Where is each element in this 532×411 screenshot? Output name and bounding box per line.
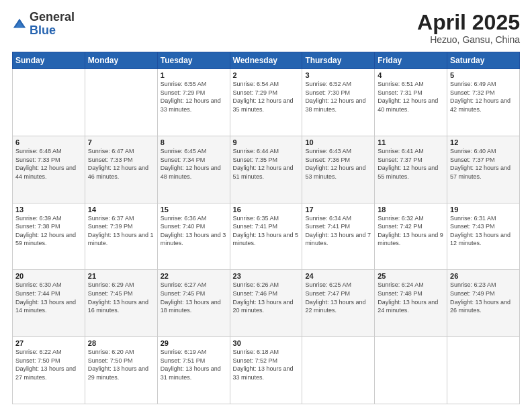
calendar-cell: 8Sunrise: 6:45 AMSunset: 7:34 PMDaylight… bbox=[157, 136, 230, 203]
day-info: Sunrise: 6:41 AMSunset: 7:37 PMDaylight:… bbox=[378, 147, 444, 181]
calendar-cell: 15Sunrise: 6:36 AMSunset: 7:40 PMDayligh… bbox=[157, 203, 230, 270]
day-number: 19 bbox=[450, 205, 517, 214]
weekday-header: Saturday bbox=[447, 52, 520, 69]
day-number: 12 bbox=[450, 138, 517, 146]
calendar-cell: 29Sunrise: 6:19 AMSunset: 7:51 PMDayligh… bbox=[157, 337, 230, 404]
calendar-cell: 22Sunrise: 6:27 AMSunset: 7:45 PMDayligh… bbox=[157, 270, 230, 337]
day-number: 29 bbox=[161, 339, 227, 347]
calendar-cell: 19Sunrise: 6:31 AMSunset: 7:43 PMDayligh… bbox=[447, 203, 520, 270]
calendar-cell: 14Sunrise: 6:37 AMSunset: 7:39 PMDayligh… bbox=[85, 203, 157, 270]
day-info: Sunrise: 6:35 AMSunset: 7:41 PMDaylight:… bbox=[233, 214, 300, 248]
day-info: Sunrise: 6:45 AMSunset: 7:34 PMDaylight:… bbox=[161, 147, 227, 181]
page: General Blue April 2025 Hezuo, Gansu, Ch… bbox=[0, 0, 532, 411]
day-info: Sunrise: 6:26 AMSunset: 7:46 PMDaylight:… bbox=[233, 281, 300, 314]
header: General Blue April 2025 Hezuo, Gansu, Ch… bbox=[12, 11, 520, 45]
calendar-cell: 10Sunrise: 6:43 AMSunset: 7:36 PMDayligh… bbox=[302, 136, 375, 203]
day-number: 20 bbox=[15, 272, 82, 280]
day-info: Sunrise: 6:37 AMSunset: 7:39 PMDaylight:… bbox=[88, 214, 154, 248]
calendar-header-row: SundayMondayTuesdayWednesdayThursdayFrid… bbox=[13, 52, 520, 69]
calendar-cell: 28Sunrise: 6:20 AMSunset: 7:50 PMDayligh… bbox=[85, 337, 157, 404]
day-number: 2 bbox=[233, 71, 300, 79]
weekday-header: Wednesday bbox=[230, 52, 302, 69]
calendar-cell: 1Sunrise: 6:55 AMSunset: 7:29 PMDaylight… bbox=[157, 69, 230, 136]
calendar-week-row: 6Sunrise: 6:48 AMSunset: 7:33 PMDaylight… bbox=[13, 136, 520, 203]
page-subtitle: Hezuo, Gansu, China bbox=[417, 34, 520, 45]
day-info: Sunrise: 6:30 AMSunset: 7:44 PMDaylight:… bbox=[15, 281, 82, 314]
day-number: 6 bbox=[15, 138, 82, 146]
calendar-cell: 16Sunrise: 6:35 AMSunset: 7:41 PMDayligh… bbox=[230, 203, 302, 270]
day-info: Sunrise: 6:55 AMSunset: 7:29 PMDaylight:… bbox=[161, 80, 227, 113]
day-number: 26 bbox=[450, 272, 517, 280]
logo-blue: Blue bbox=[30, 24, 56, 37]
calendar-week-row: 27Sunrise: 6:22 AMSunset: 7:50 PMDayligh… bbox=[13, 337, 520, 404]
title-block: April 2025 Hezuo, Gansu, China bbox=[417, 11, 520, 45]
calendar-cell: 13Sunrise: 6:39 AMSunset: 7:38 PMDayligh… bbox=[13, 203, 85, 270]
day-info: Sunrise: 6:34 AMSunset: 7:41 PMDaylight:… bbox=[305, 214, 371, 248]
page-title: April 2025 bbox=[417, 11, 520, 34]
day-info: Sunrise: 6:49 AMSunset: 7:32 PMDaylight:… bbox=[450, 80, 517, 113]
calendar-cell: 26Sunrise: 6:23 AMSunset: 7:49 PMDayligh… bbox=[447, 270, 520, 337]
weekday-header: Friday bbox=[375, 52, 447, 69]
logo: General Blue bbox=[12, 11, 75, 38]
day-info: Sunrise: 6:31 AMSunset: 7:43 PMDaylight:… bbox=[450, 214, 517, 248]
day-number: 30 bbox=[233, 339, 300, 347]
calendar-cell: 27Sunrise: 6:22 AMSunset: 7:50 PMDayligh… bbox=[13, 337, 85, 404]
calendar-cell bbox=[447, 337, 520, 404]
day-info: Sunrise: 6:40 AMSunset: 7:37 PMDaylight:… bbox=[450, 147, 517, 181]
calendar-cell bbox=[13, 69, 85, 136]
day-number: 5 bbox=[450, 71, 517, 79]
day-number: 25 bbox=[378, 272, 444, 280]
day-number: 18 bbox=[378, 205, 444, 214]
calendar-cell: 11Sunrise: 6:41 AMSunset: 7:37 PMDayligh… bbox=[375, 136, 447, 203]
calendar-cell bbox=[302, 337, 375, 404]
day-info: Sunrise: 6:51 AMSunset: 7:31 PMDaylight:… bbox=[378, 80, 444, 113]
calendar-cell: 18Sunrise: 6:32 AMSunset: 7:42 PMDayligh… bbox=[375, 203, 447, 270]
day-info: Sunrise: 6:25 AMSunset: 7:47 PMDaylight:… bbox=[305, 281, 371, 314]
day-info: Sunrise: 6:20 AMSunset: 7:50 PMDaylight:… bbox=[88, 348, 154, 381]
day-info: Sunrise: 6:22 AMSunset: 7:50 PMDaylight:… bbox=[15, 348, 82, 381]
day-info: Sunrise: 6:27 AMSunset: 7:45 PMDaylight:… bbox=[161, 281, 227, 314]
day-number: 22 bbox=[161, 272, 227, 280]
logo-text: General Blue bbox=[30, 11, 75, 38]
calendar-cell: 6Sunrise: 6:48 AMSunset: 7:33 PMDaylight… bbox=[13, 136, 85, 203]
day-number: 23 bbox=[233, 272, 300, 280]
calendar-week-row: 13Sunrise: 6:39 AMSunset: 7:38 PMDayligh… bbox=[13, 203, 520, 270]
day-number: 28 bbox=[88, 339, 154, 347]
day-number: 13 bbox=[15, 205, 82, 214]
day-number: 4 bbox=[378, 71, 444, 79]
day-number: 15 bbox=[161, 205, 227, 214]
calendar-table: SundayMondayTuesdayWednesdayThursdayFrid… bbox=[12, 52, 520, 404]
day-info: Sunrise: 6:23 AMSunset: 7:49 PMDaylight:… bbox=[450, 281, 517, 314]
calendar-cell: 9Sunrise: 6:44 AMSunset: 7:35 PMDaylight… bbox=[230, 136, 302, 203]
day-number: 24 bbox=[305, 272, 371, 280]
day-number: 9 bbox=[233, 138, 300, 146]
day-number: 7 bbox=[88, 138, 154, 146]
calendar-cell: 25Sunrise: 6:24 AMSunset: 7:48 PMDayligh… bbox=[375, 270, 447, 337]
day-info: Sunrise: 6:18 AMSunset: 7:52 PMDaylight:… bbox=[233, 348, 300, 381]
day-info: Sunrise: 6:47 AMSunset: 7:33 PMDaylight:… bbox=[88, 147, 154, 181]
day-info: Sunrise: 6:52 AMSunset: 7:30 PMDaylight:… bbox=[305, 80, 371, 113]
weekday-header: Sunday bbox=[13, 52, 85, 69]
calendar-cell: 21Sunrise: 6:29 AMSunset: 7:45 PMDayligh… bbox=[85, 270, 157, 337]
day-info: Sunrise: 6:32 AMSunset: 7:42 PMDaylight:… bbox=[378, 214, 444, 248]
weekday-header: Thursday bbox=[302, 52, 375, 69]
day-number: 27 bbox=[15, 339, 82, 347]
calendar-cell bbox=[85, 69, 157, 136]
day-info: Sunrise: 6:48 AMSunset: 7:33 PMDaylight:… bbox=[15, 147, 82, 181]
day-number: 8 bbox=[161, 138, 227, 146]
day-number: 17 bbox=[305, 205, 371, 214]
day-number: 1 bbox=[161, 71, 227, 79]
calendar-cell: 30Sunrise: 6:18 AMSunset: 7:52 PMDayligh… bbox=[230, 337, 302, 404]
day-number: 11 bbox=[378, 138, 444, 146]
calendar-cell: 24Sunrise: 6:25 AMSunset: 7:47 PMDayligh… bbox=[302, 270, 375, 337]
day-info: Sunrise: 6:19 AMSunset: 7:51 PMDaylight:… bbox=[161, 348, 227, 381]
day-info: Sunrise: 6:54 AMSunset: 7:29 PMDaylight:… bbox=[233, 80, 300, 113]
calendar-cell: 12Sunrise: 6:40 AMSunset: 7:37 PMDayligh… bbox=[447, 136, 520, 203]
day-number: 16 bbox=[233, 205, 300, 214]
day-info: Sunrise: 6:44 AMSunset: 7:35 PMDaylight:… bbox=[233, 147, 300, 181]
day-info: Sunrise: 6:39 AMSunset: 7:38 PMDaylight:… bbox=[15, 214, 82, 248]
weekday-header: Tuesday bbox=[157, 52, 230, 69]
day-info: Sunrise: 6:36 AMSunset: 7:40 PMDaylight:… bbox=[161, 214, 227, 248]
calendar-cell: 2Sunrise: 6:54 AMSunset: 7:29 PMDaylight… bbox=[230, 69, 302, 136]
day-info: Sunrise: 6:24 AMSunset: 7:48 PMDaylight:… bbox=[378, 281, 444, 314]
